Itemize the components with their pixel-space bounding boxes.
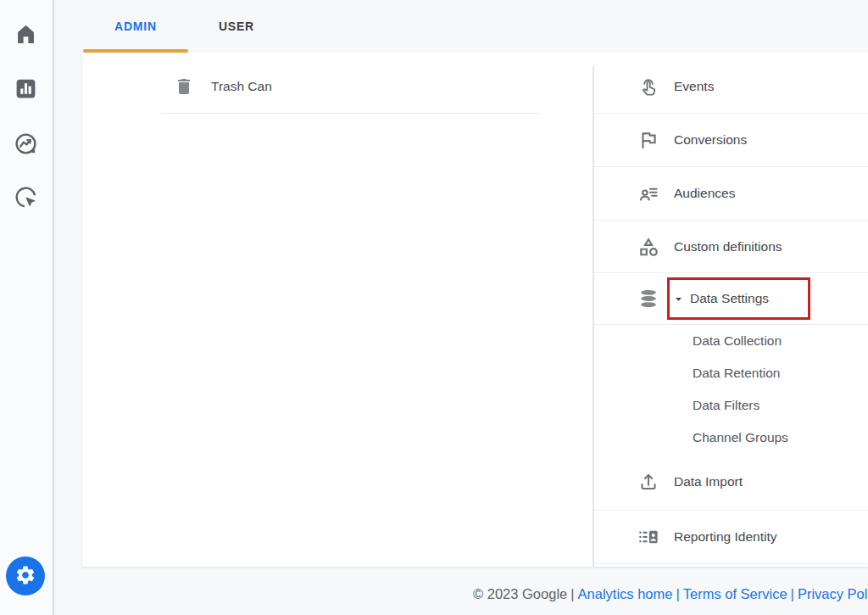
upload-icon	[637, 471, 659, 493]
submenu-item-data-filters[interactable]: Data Filters	[594, 389, 868, 422]
admin-content-card: Trash Can Events Conversions	[82, 53, 868, 567]
trash-can-label: Trash Can	[211, 79, 272, 94]
menu-item-label: Data Settings	[690, 291, 769, 306]
menu-item-audiences[interactable]: Audiences	[594, 167, 868, 221]
submenu-item-data-collection[interactable]: Data Collection	[594, 325, 868, 357]
menu-item-conversions[interactable]: Conversions	[594, 114, 868, 167]
submenu-item-label: Data Collection	[693, 333, 782, 349]
menu-item-custom-definitions[interactable]: Custom definitions	[594, 221, 868, 273]
submenu-item-channel-groups[interactable]: Channel Groups	[594, 422, 868, 454]
trash-icon	[174, 75, 194, 98]
menu-item-label: Conversions	[674, 132, 747, 148]
copyright-text: © 2023 Google	[473, 586, 567, 601]
divider	[161, 113, 540, 114]
data-settings-submenu: Data Collection Data Retention Data Filt…	[594, 325, 868, 454]
privacy-policy-link[interactable]: Privacy Policy	[798, 586, 868, 601]
advertising-icon[interactable]	[14, 185, 38, 210]
menu-item-reporting-identity[interactable]: Reporting Identity	[594, 511, 868, 564]
footer: © 2023 Google|Analytics home|Terms of Se…	[473, 586, 868, 602]
database-icon	[637, 288, 659, 310]
admin-gear-button[interactable]	[6, 556, 45, 595]
menu-item-label: Custom definitions	[674, 239, 782, 254]
analytics-home-link[interactable]: Analytics home	[578, 586, 673, 601]
explore-icon[interactable]	[14, 131, 38, 156]
trash-can-item[interactable]: Trash Can	[82, 60, 593, 113]
menu-item-events[interactable]: Events	[594, 60, 868, 114]
property-menu: Events Conversions Audiences Custom de	[594, 53, 868, 567]
audiences-icon	[637, 182, 659, 204]
flag-icon	[637, 129, 659, 151]
touch-app-icon	[637, 75, 659, 98]
chevron-down-icon[interactable]	[672, 293, 685, 305]
menu-item-label: Reporting Identity	[674, 529, 777, 545]
tab-admin-label: ADMIN	[114, 20, 157, 33]
terms-of-service-link[interactable]: Terms of Service	[683, 586, 787, 601]
menu-item-label: Audiences	[674, 186, 735, 201]
menu-item-label: Data Import	[674, 474, 743, 489]
footer-separator: |	[672, 586, 682, 601]
id-card-icon	[637, 526, 659, 548]
tab-bar: ADMIN USER	[56, 0, 868, 53]
app-sidebar	[0, 0, 54, 615]
settings-gear-icon	[14, 564, 36, 589]
submenu-item-label: Data Retention	[693, 366, 780, 381]
shapes-icon	[637, 236, 659, 258]
menu-item-data-settings[interactable]: Data Settings	[594, 273, 868, 325]
submenu-item-data-retention[interactable]: Data Retention	[594, 357, 868, 389]
submenu-item-label: Channel Groups	[693, 430, 788, 445]
home-icon[interactable]	[14, 22, 38, 47]
submenu-item-label: Data Filters	[693, 398, 760, 413]
account-column: Trash Can	[82, 53, 593, 567]
menu-item-label: Events	[674, 79, 714, 94]
footer-separator: |	[567, 586, 577, 601]
footer-separator: |	[787, 586, 798, 601]
tab-admin[interactable]: ADMIN	[82, 0, 189, 53]
tab-user[interactable]: USER	[189, 0, 284, 53]
reports-icon[interactable]	[14, 76, 38, 101]
tab-user-label: USER	[219, 20, 254, 33]
menu-item-data-import[interactable]: Data Import	[594, 454, 868, 511]
